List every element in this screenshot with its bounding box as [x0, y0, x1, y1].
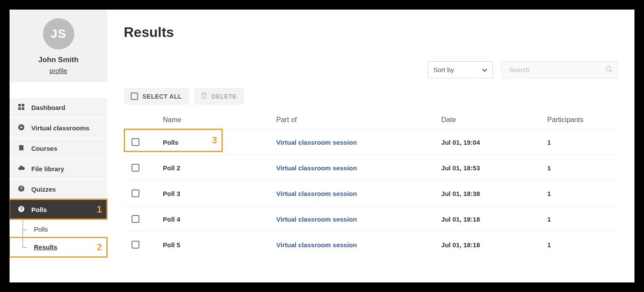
- table-row[interactable]: Poll 3 Virtual classroom session Jul 01,…: [124, 180, 618, 206]
- trash-icon: [201, 92, 207, 100]
- sidebar-item-file-library[interactable]: File library: [10, 159, 107, 179]
- sidebar-item-label: Dashboard: [31, 104, 65, 111]
- chevron-down-icon: [482, 66, 487, 73]
- checkbox-icon: [131, 93, 138, 100]
- search-icon: [605, 66, 612, 74]
- row-part-of-link[interactable]: Virtual classroom session: [276, 139, 441, 146]
- row-participants: 1: [547, 241, 618, 249]
- svg-line-11: [610, 70, 612, 72]
- row-checkbox[interactable]: [132, 189, 139, 197]
- question-icon: ?: [17, 206, 25, 213]
- sidebar-item-polls[interactable]: ? Polls 1: [10, 200, 107, 219]
- sidebar-item-virtual-classrooms[interactable]: Virtual classrooms: [10, 118, 107, 138]
- search-input[interactable]: [507, 62, 605, 78]
- page-title: Results: [124, 24, 618, 40]
- sidebar-item-dashboard[interactable]: Dashboard: [10, 98, 107, 117]
- col-date: Date: [441, 116, 547, 124]
- annotation-2-box: 2: [10, 237, 108, 258]
- sub-item-polls[interactable]: Polls: [10, 220, 107, 238]
- row-name: Poll 5: [159, 241, 276, 249]
- sidebar-item-label: Virtual classrooms: [31, 124, 89, 132]
- col-name: Name: [159, 116, 276, 124]
- select-all-label: SELECT ALL: [142, 93, 182, 100]
- row-participants: 1: [547, 190, 618, 197]
- row-date: Jul 01, 18:18: [441, 216, 547, 223]
- sub-item-label: Results: [34, 243, 57, 251]
- sidebar-item-quizzes[interactable]: ? Quizzes: [10, 179, 107, 199]
- row-checkbox[interactable]: [132, 241, 139, 249]
- annotation-2-number: 2: [97, 242, 102, 253]
- row-name: Polls: [159, 139, 276, 146]
- table-row[interactable]: Polls Virtual classroom session Jul 01, …: [124, 129, 618, 155]
- book-icon: [17, 145, 25, 152]
- svg-rect-3: [22, 107, 24, 110]
- svg-point-10: [606, 66, 611, 71]
- avatar: JS: [43, 18, 74, 50]
- row-participants: 1: [547, 216, 618, 223]
- table-row[interactable]: Poll 5 Virtual classroom session Jul 01,…: [124, 232, 618, 257]
- grid-icon: [17, 104, 25, 111]
- table-row[interactable]: Poll 4 Virtual classroom session Jul 01,…: [124, 206, 618, 232]
- delete-label: DELETE: [211, 93, 237, 100]
- svg-rect-2: [18, 107, 21, 110]
- question-icon: ?: [17, 186, 25, 193]
- cloud-icon: [17, 165, 25, 173]
- sidebar: JS John Smith profile Dashboard Virtual …: [10, 10, 107, 282]
- results-table: Name Part of Date Participants Polls Vir…: [124, 111, 618, 257]
- row-date: Jul 01, 19:04: [441, 139, 547, 146]
- user-name: John Smith: [38, 56, 79, 64]
- row-checkbox[interactable]: [132, 215, 139, 223]
- sort-select[interactable]: Sort by: [428, 61, 493, 78]
- sort-label: Sort by: [433, 66, 454, 73]
- row-name: Poll 4: [159, 216, 276, 223]
- table-row[interactable]: Poll 2 Virtual classroom session Jul 01,…: [124, 155, 618, 180]
- sidebar-item-label: Polls: [31, 206, 47, 213]
- row-part-of-link[interactable]: Virtual classroom session: [276, 164, 441, 172]
- sidebar-item-label: File library: [31, 165, 64, 173]
- play-icon: [17, 124, 25, 132]
- svg-rect-0: [18, 104, 21, 106]
- sidebar-item-label: Courses: [31, 145, 57, 152]
- main: Results Sort by SELECT ALL: [107, 10, 634, 282]
- profile-block: JS John Smith profile: [10, 10, 107, 82]
- col-participants: Participants: [547, 116, 618, 124]
- select-all-button[interactable]: SELECT ALL: [124, 88, 189, 105]
- controls-row: Sort by: [124, 61, 618, 78]
- row-part-of-link[interactable]: Virtual classroom session: [276, 241, 441, 249]
- col-part-of: Part of: [276, 116, 441, 124]
- row-date: Jul 01, 18:53: [441, 164, 547, 172]
- row-participants: 1: [547, 139, 618, 146]
- annotation-1-number: 1: [97, 204, 102, 215]
- row-checkbox[interactable]: [132, 164, 139, 172]
- row-checkbox[interactable]: [132, 138, 139, 146]
- sub-item-label: Polls: [34, 226, 48, 233]
- actions-row: SELECT ALL DELETE: [124, 88, 618, 105]
- row-name: Poll 2: [159, 164, 276, 172]
- search-field[interactable]: [502, 61, 618, 78]
- profile-link[interactable]: profile: [50, 67, 67, 74]
- nav-sub-polls: Polls Results 2: [10, 220, 107, 256]
- svg-text:?: ?: [20, 186, 23, 191]
- row-date: Jul 01, 18:38: [441, 190, 547, 197]
- nav: Dashboard Virtual classrooms Courses Fil…: [10, 98, 107, 256]
- delete-button[interactable]: DELETE: [194, 88, 244, 105]
- row-date: Jul 01, 18:18: [441, 241, 547, 249]
- row-part-of-link[interactable]: Virtual classroom session: [276, 216, 441, 223]
- table-header: Name Part of Date Participants: [124, 111, 618, 129]
- sub-item-results[interactable]: Results 2: [10, 238, 107, 256]
- row-part-of-link[interactable]: Virtual classroom session: [276, 190, 441, 197]
- row-participants: 1: [547, 164, 618, 172]
- sidebar-item-label: Quizzes: [31, 186, 56, 193]
- row-name: Poll 3: [159, 190, 276, 197]
- svg-rect-1: [22, 104, 24, 106]
- sidebar-item-courses[interactable]: Courses: [10, 139, 107, 158]
- svg-text:?: ?: [20, 207, 23, 212]
